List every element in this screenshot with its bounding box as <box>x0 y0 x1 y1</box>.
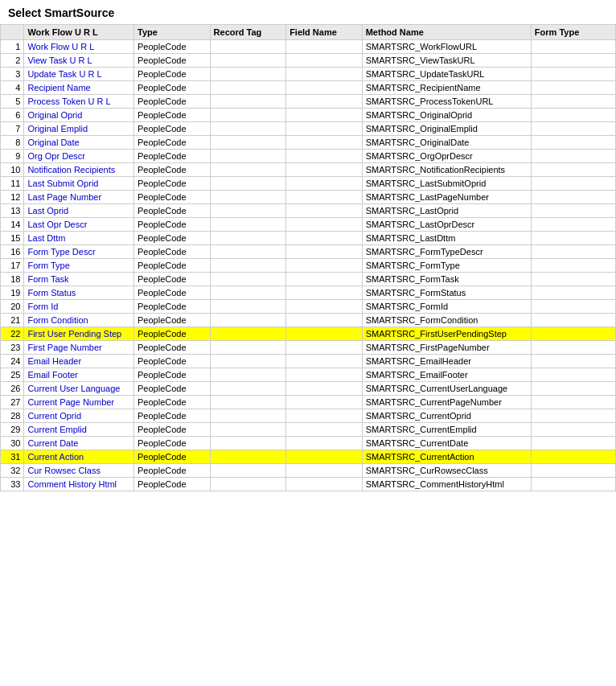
table-row[interactable]: 30Current DatePeopleCodeSMARTSRC_Current… <box>1 437 616 450</box>
row-formtype <box>531 327 615 341</box>
row-name[interactable]: Update Task U R L <box>24 68 134 81</box>
row-record <box>210 109 286 122</box>
row-method: SMARTSRC_CurrentDate <box>362 437 531 450</box>
row-field <box>286 54 363 68</box>
row-name[interactable]: Last Oprid <box>24 204 134 218</box>
row-name[interactable]: Current Emplid <box>24 423 134 437</box>
row-name[interactable]: Current Oprid <box>24 409 134 423</box>
row-name[interactable]: Form Condition <box>24 314 134 327</box>
row-name[interactable]: Form Type <box>24 259 134 273</box>
table-row[interactable]: 14Last Opr DescrPeopleCodeSMARTSRC_LastO… <box>1 218 616 232</box>
table-row[interactable]: 27Current Page NumberPeopleCodeSMARTSRC_… <box>1 396 616 409</box>
row-name[interactable]: Form Type Descr <box>24 245 134 259</box>
row-formtype <box>531 450 615 464</box>
row-type: PeopleCode <box>134 95 211 109</box>
table-row[interactable]: 2View Task U R LPeopleCodeSMARTSRC_ViewT… <box>1 54 616 68</box>
row-name[interactable]: Org Opr Descr <box>24 150 134 163</box>
row-name[interactable]: Original Oprid <box>24 109 134 122</box>
row-formtype <box>531 382 615 396</box>
table-row[interactable]: 25Email FooterPeopleCodeSMARTSRC_EmailFo… <box>1 368 616 382</box>
table-row[interactable]: 7Original EmplidPeopleCodeSMARTSRC_Origi… <box>1 122 616 136</box>
table-row[interactable]: 31Current ActionPeopleCodeSMARTSRC_Curre… <box>1 450 616 464</box>
table-row[interactable]: 26Current User LanguagePeopleCodeSMARTSR… <box>1 382 616 396</box>
table-row[interactable]: 1Work Flow U R LPeopleCodeSMARTSRC_WorkF… <box>1 40 616 54</box>
row-name[interactable]: Current User Language <box>24 382 134 396</box>
row-method: SMARTSRC_EmailFooter <box>362 368 531 382</box>
row-name[interactable]: Form Id <box>24 300 134 314</box>
table-row[interactable]: 18Form TaskPeopleCodeSMARTSRC_FormTask <box>1 273 616 286</box>
table-row[interactable]: 33Comment History HtmlPeopleCodeSMARTSRC… <box>1 478 616 491</box>
row-name[interactable]: Process Token U R L <box>24 95 134 109</box>
row-record <box>210 437 286 450</box>
row-name[interactable]: Last Page Number <box>24 191 134 204</box>
row-num: 3 <box>1 68 24 81</box>
row-record <box>210 95 286 109</box>
row-name[interactable]: First User Pending Step <box>24 327 134 341</box>
table-row[interactable]: 19Form StatusPeopleCodeSMARTSRC_FormStat… <box>1 286 616 300</box>
row-num: 13 <box>1 204 24 218</box>
table-row[interactable]: 29Current EmplidPeopleCodeSMARTSRC_Curre… <box>1 423 616 437</box>
table-row[interactable]: 28Current OpridPeopleCodeSMARTSRC_Curren… <box>1 409 616 423</box>
row-record <box>210 40 286 54</box>
table-row[interactable]: 15Last DttmPeopleCodeSMARTSRC_LastDttm <box>1 232 616 245</box>
table-row[interactable]: 23First Page NumberPeopleCodeSMARTSRC_Fi… <box>1 341 616 355</box>
table-row[interactable]: 11Last Submit OpridPeopleCodeSMARTSRC_La… <box>1 177 616 191</box>
row-name[interactable]: Email Header <box>24 355 134 368</box>
table-row[interactable]: 12Last Page NumberPeopleCodeSMARTSRC_Las… <box>1 191 616 204</box>
row-name[interactable]: Current Page Number <box>24 396 134 409</box>
row-field <box>286 68 363 81</box>
row-record <box>210 150 286 163</box>
row-type: PeopleCode <box>134 450 211 464</box>
row-method: SMARTSRC_FormId <box>362 300 531 314</box>
row-method: SMARTSRC_ViewTaskURL <box>362 54 531 68</box>
row-field <box>286 464 363 478</box>
row-name[interactable]: Form Status <box>24 286 134 300</box>
row-record <box>210 163 286 177</box>
row-name[interactable]: Last Opr Descr <box>24 218 134 232</box>
table-row[interactable]: 9Org Opr DescrPeopleCodeSMARTSRC_OrgOprD… <box>1 150 616 163</box>
row-name[interactable]: Notification Recipients <box>24 163 134 177</box>
table-row[interactable]: 16Form Type DescrPeopleCodeSMARTSRC_Form… <box>1 245 616 259</box>
table-row[interactable]: 3Update Task U R LPeopleCodeSMARTSRC_Upd… <box>1 68 616 81</box>
row-name[interactable]: Email Footer <box>24 368 134 382</box>
table-row[interactable]: 24Email HeaderPeopleCodeSMARTSRC_EmailHe… <box>1 355 616 368</box>
row-type: PeopleCode <box>134 204 211 218</box>
row-name[interactable]: Recipient Name <box>24 81 134 95</box>
row-num: 18 <box>1 273 24 286</box>
row-record <box>210 232 286 245</box>
row-name[interactable]: First Page Number <box>24 341 134 355</box>
table-row[interactable]: 10Notification RecipientsPeopleCodeSMART… <box>1 163 616 177</box>
row-name[interactable]: View Task U R L <box>24 54 134 68</box>
row-type: PeopleCode <box>134 273 211 286</box>
row-formtype <box>531 478 615 491</box>
table-row[interactable]: 32Cur Rowsec ClassPeopleCodeSMARTSRC_Cur… <box>1 464 616 478</box>
table-row[interactable]: 5Process Token U R LPeopleCodeSMARTSRC_P… <box>1 95 616 109</box>
row-name[interactable]: Last Dttm <box>24 232 134 245</box>
table-row[interactable]: 6Original OpridPeopleCodeSMARTSRC_Origin… <box>1 109 616 122</box>
row-type: PeopleCode <box>134 341 211 355</box>
row-name[interactable]: Cur Rowsec Class <box>24 464 134 478</box>
table-row[interactable]: 17Form TypePeopleCodeSMARTSRC_FormType <box>1 259 616 273</box>
row-name[interactable]: Work Flow U R L <box>24 40 134 54</box>
row-name[interactable]: Original Emplid <box>24 122 134 136</box>
table-row[interactable]: 4Recipient NamePeopleCodeSMARTSRC_Recipi… <box>1 81 616 95</box>
row-formtype <box>531 355 615 368</box>
row-name[interactable]: Current Action <box>24 450 134 464</box>
row-name[interactable]: Comment History Html <box>24 478 134 491</box>
row-field <box>286 409 363 423</box>
row-name[interactable]: Original Date <box>24 136 134 150</box>
table-row[interactable]: 22First User Pending StepPeopleCodeSMART… <box>1 327 616 341</box>
row-record <box>210 464 286 478</box>
page-title: Select SmartSource <box>0 0 616 24</box>
row-field <box>286 191 363 204</box>
row-num: 29 <box>1 423 24 437</box>
table-row[interactable]: 13Last OpridPeopleCodeSMARTSRC_LastOprid <box>1 204 616 218</box>
row-type: PeopleCode <box>134 409 211 423</box>
table-row[interactable]: 20Form IdPeopleCodeSMARTSRC_FormId <box>1 300 616 314</box>
row-type: PeopleCode <box>134 68 211 81</box>
row-name[interactable]: Last Submit Oprid <box>24 177 134 191</box>
row-name[interactable]: Current Date <box>24 437 134 450</box>
row-name[interactable]: Form Task <box>24 273 134 286</box>
table-row[interactable]: 21Form ConditionPeopleCodeSMARTSRC_FormC… <box>1 314 616 327</box>
table-row[interactable]: 8Original DatePeopleCodeSMARTSRC_Origina… <box>1 136 616 150</box>
